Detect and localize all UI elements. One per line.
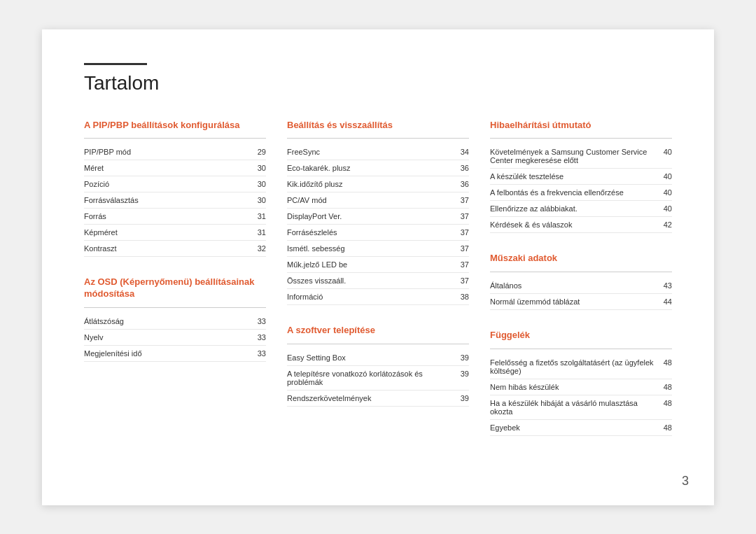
toc-item: A készülék tesztelése 40 bbox=[490, 169, 672, 185]
toc-list-pip: PIP/PBP mód 29 Méret 30 Pozíció 30 Forrá… bbox=[84, 144, 266, 257]
toc-item: Ha a készülék hibáját a vásárló mulasztá… bbox=[490, 395, 672, 420]
toc-item: Felelősség a fizetős szolgáltatásért (az… bbox=[490, 355, 672, 379]
page-number: 3 bbox=[682, 474, 689, 489]
divider-muszaki bbox=[490, 272, 672, 272]
toc-list-muszaki: Általános 43 Normál üzemmód táblázat 44 bbox=[490, 278, 672, 310]
toc-item: FreeSync 34 bbox=[287, 144, 469, 160]
toc-list-szoftver: Easy Setting Box 39 A telepítésre vonatk… bbox=[287, 350, 469, 407]
toc-item: Easy Setting Box 39 bbox=[287, 350, 469, 366]
toc-item: Ellenőrizze az alábbiakat. 40 bbox=[490, 201, 672, 217]
toc-item: Egyebek 48 bbox=[490, 420, 672, 436]
toc-item: Forrásészlelés 37 bbox=[287, 225, 469, 241]
toc-item: Általános 43 bbox=[490, 278, 672, 294]
toc-columns: A PIP/PBP beállítások konfigurálása PIP/… bbox=[84, 120, 672, 456]
toc-item: A telepítésre vonatkozó korlátozások és … bbox=[287, 366, 469, 391]
section-beallitas-title: Beállítás és visszaállítás bbox=[287, 120, 469, 132]
toc-item: Eco-takarék. plusz 36 bbox=[287, 160, 469, 176]
toc-item: Összes visszaáll. 37 bbox=[287, 273, 469, 289]
col2: Beállítás és visszaállítás FreeSync 34 E… bbox=[287, 120, 490, 456]
toc-item: Forrás 31 bbox=[84, 209, 266, 225]
toc-item: Pozíció 30 bbox=[84, 176, 266, 192]
divider-hibaelharitas bbox=[490, 138, 672, 139]
toc-item: Rendszerkövetelmények 39 bbox=[287, 391, 469, 407]
section-muszaki-title: Műszaki adatok bbox=[490, 253, 672, 265]
section-pip-title: A PIP/PBP beállítások konfigurálása bbox=[84, 120, 266, 132]
divider-fuggalek bbox=[490, 349, 672, 349]
divider-beallitas bbox=[287, 138, 469, 139]
toc-item: Követelmények a Samsung Customer Service… bbox=[490, 144, 672, 169]
page: Tartalom A PIP/PBP beállítások konfigurá… bbox=[42, 29, 714, 505]
toc-item: Kik.időzítő plusz 36 bbox=[287, 176, 469, 192]
toc-item: Forrásválasztás 30 bbox=[84, 192, 266, 209]
section-szoftver-title: A szoftver telepítése bbox=[287, 325, 469, 337]
toc-item: Információ 38 bbox=[287, 289, 469, 305]
toc-item: DisplayPort Ver. 37 bbox=[287, 209, 469, 225]
toc-item: PC/AV mód 37 bbox=[287, 192, 469, 209]
toc-item: PIP/PBP mód 29 bbox=[84, 144, 266, 160]
divider-szoftver bbox=[287, 344, 469, 344]
page-title: Tartalom bbox=[84, 72, 672, 94]
section-hibaelharitas-title: Hibaelhárítási útmutató bbox=[490, 120, 672, 132]
divider-pip bbox=[84, 138, 266, 139]
toc-item: Kérdések & és válaszok 42 bbox=[490, 217, 672, 233]
toc-item: Képméret 31 bbox=[84, 225, 266, 241]
toc-list-fuggalek: Felelősség a fizetős szolgáltatásért (az… bbox=[490, 355, 672, 436]
toc-item: Ismétl. sebesség 37 bbox=[287, 241, 469, 257]
toc-item: Méret 30 bbox=[84, 160, 266, 176]
toc-item: A felbontás és a frekvencia ellenőrzése … bbox=[490, 185, 672, 201]
toc-item: Kontraszt 32 bbox=[84, 241, 266, 257]
toc-item: Megjelenítési idő 33 bbox=[84, 346, 266, 362]
toc-item: Normál üzemmód táblázat 44 bbox=[490, 294, 672, 310]
toc-list-hibaelharitas: Követelmények a Samsung Customer Service… bbox=[490, 144, 672, 233]
section-osd-title: Az OSD (Képernyőmenü) beállításainak mód… bbox=[84, 276, 266, 300]
col3: Hibaelhárítási útmutató Követelmények a … bbox=[490, 120, 672, 456]
title-bar bbox=[84, 63, 147, 65]
toc-item: Átlátszóság 33 bbox=[84, 314, 266, 330]
section-fuggalek-title: Függelék bbox=[490, 330, 672, 342]
toc-item: Nyelv 33 bbox=[84, 330, 266, 346]
divider-osd bbox=[84, 307, 266, 308]
toc-item: Műk.jelző LED be 37 bbox=[287, 257, 469, 273]
toc-list-osd: Átlátszóság 33 Nyelv 33 Megjelenítési id… bbox=[84, 314, 266, 362]
toc-list-beallitas: FreeSync 34 Eco-takarék. plusz 36 Kik.id… bbox=[287, 144, 469, 305]
toc-item: Nem hibás készülék 48 bbox=[490, 379, 672, 395]
col1: A PIP/PBP beállítások konfigurálása PIP/… bbox=[84, 120, 287, 456]
